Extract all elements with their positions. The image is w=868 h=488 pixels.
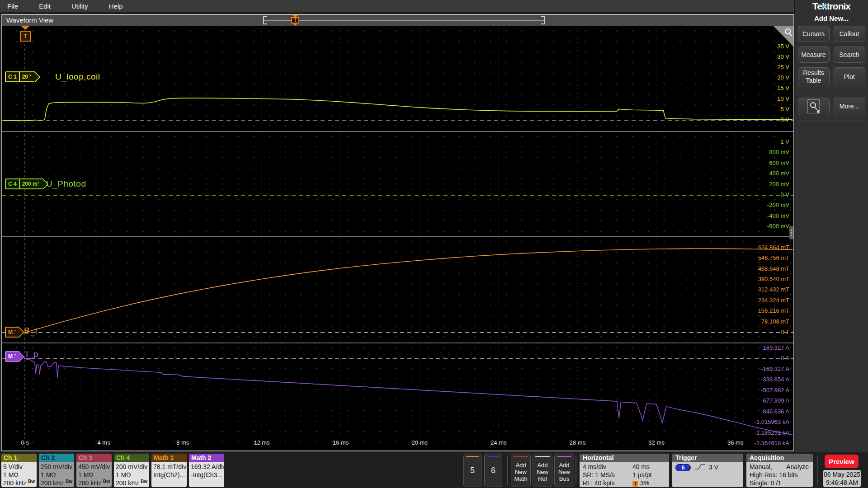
ch1-axis-tick: 15 V (777, 84, 789, 91)
measure-button[interactable]: Measure (798, 47, 830, 63)
horizontal-panel-title: Horizontal (580, 454, 669, 462)
channel-scale: 169.32 A/div (191, 463, 222, 471)
channel-bandwidth: 200 kHzBw (3, 479, 35, 487)
ch1-badge-id: C 1 (6, 72, 19, 81)
time-axis-tick: 24 ms (483, 439, 514, 446)
math1-axis-tick: 468.648 mT (758, 265, 789, 272)
channel-badge[interactable]: Ch 4 200 mV/div 1 MΩ 200 kHzBw (114, 454, 149, 487)
ch1-axis-tick: 5 V (780, 106, 789, 113)
add-button-stripe (557, 456, 571, 457)
math1-axis-tick: 312.432 mT (758, 286, 789, 293)
channel-bandwidth (153, 479, 185, 487)
ch1-scale-badge[interactable]: C 120 V (5, 71, 39, 82)
time-axis-tick: 16 ms (325, 439, 357, 446)
waveform-plot[interactable]: 35 V30 V25 V20 V15 V10 V5 V0 V1 V800 mV6… (2, 26, 793, 450)
trigger-marker-triangle (21, 26, 29, 30)
trigger-level: 3 V (709, 463, 718, 471)
acquisition-analyze: Analyze (786, 463, 809, 471)
add-new-button[interactable]: Add New Ref (533, 454, 552, 487)
ch4-axis-tick: -600 mV (767, 223, 789, 230)
menu-utility[interactable]: Utility (71, 2, 88, 10)
horizontal-trigger-position: 3% (640, 479, 649, 487)
pane-drag-handle[interactable] (789, 226, 793, 239)
ch1-axis-tick: 25 V (777, 64, 789, 70)
search-button[interactable]: Search (834, 47, 865, 63)
ch4-axis-tick: -200 mV (767, 202, 789, 208)
channel-badge[interactable]: Ch 2 250 mV/div 1 MΩ 200 kHzBw (39, 454, 74, 487)
add-new-button[interactable]: Add New Bus (554, 454, 574, 487)
acquisition-panel-title: Acquisition (746, 454, 813, 462)
add-new-header: Add New... (795, 14, 868, 22)
add-new-buttons: Add New Math Add New Ref Add New Bus (511, 454, 574, 487)
ch4-axis-tick: 1 V (780, 138, 789, 145)
math2-axis-tick: 169.327 A (763, 344, 789, 351)
ch4-axis-tick: 200 mV (769, 181, 789, 188)
math2-trace (25, 359, 793, 435)
ch4-scale-badge[interactable]: C 4200 mV (5, 178, 47, 189)
bandwidth-limit-icon: Bw (28, 478, 35, 486)
callout-button[interactable]: Callout (834, 26, 865, 42)
scrollbar-right-bracket[interactable] (541, 16, 545, 24)
channel-scale: 5 V/div (3, 463, 35, 471)
add-new-button[interactable]: Add New Math (511, 454, 531, 487)
waveform-view-titlebar: Waveform View T (2, 15, 793, 26)
channel-badge[interactable]: Ch 1 5 V/div 1 MΩ 200 kHzBw (1, 454, 37, 487)
plot-button[interactable]: Plot (834, 67, 865, 86)
ch1-trace-label[interactable]: U_loop,coil (55, 72, 100, 82)
horizontal-scrollbar[interactable] (264, 20, 544, 21)
cursors-button[interactable]: Cursors (798, 26, 830, 42)
channel-badge[interactable]: Math 2 169.32 A/div -Intg(Ch3... (189, 454, 224, 487)
ch4-trace-label[interactable]: U_Photod (46, 179, 86, 189)
math2-axis-tick: -846.636 A (761, 408, 789, 415)
menu-file[interactable]: File (7, 2, 18, 10)
more-button[interactable]: More... (834, 98, 865, 115)
channel-name: Ch 2 (39, 454, 74, 462)
time-axis-tick: 8 ms (167, 439, 198, 446)
trigger-position-icon: T (632, 481, 638, 487)
horizontal-panel[interactable]: Horizontal 4 ms/div40 ms SR: 1 MS/s1 µs/… (580, 454, 669, 487)
add-button-stripe (535, 456, 550, 457)
logo-blue-slash: k (822, 1, 827, 12)
trigger-pin-icon: T (291, 17, 299, 23)
math2-trace-label[interactable]: I_p (26, 349, 38, 359)
ch1-axis-tick: 20 V (777, 74, 789, 81)
date-label: 06 May 2025 (823, 470, 861, 479)
zoom-select-button[interactable] (798, 98, 830, 115)
channel-badge[interactable]: Math 1 78.1 mT/div Intg(Ch2)... (151, 454, 187, 487)
acquisition-mode: Manual, (750, 463, 772, 471)
math1-trace-label[interactable]: B_t (24, 326, 38, 336)
trigger-position-marker[interactable]: T (291, 15, 301, 26)
channel-name: Ch 4 (114, 454, 149, 462)
acquisition-panel[interactable]: Acquisition Manual,Analyze High Res: 16 … (746, 454, 813, 487)
channel-badge[interactable]: Ch 3 450 mV/div 1 MΩ 200 kHzBw (76, 454, 112, 487)
channel-bandwidth (191, 479, 222, 487)
magnifier-icon (785, 28, 791, 34)
channel-scale: 78.1 mT/div (153, 463, 185, 471)
waveform-button[interactable]: 6 (484, 454, 502, 487)
trigger-panel-title: Trigger (672, 454, 743, 462)
time-axis-tick: 0 s (9, 439, 41, 446)
bottom-divider-2 (576, 455, 576, 485)
waveform-button-stripe (466, 456, 479, 457)
ch1-trace (3, 98, 793, 121)
math1-axis-tick: 234.324 mT (758, 297, 789, 304)
waveform-button-stripe (487, 456, 500, 457)
preview-button[interactable]: Preview (825, 455, 859, 468)
menu-help[interactable]: Help (109, 2, 123, 10)
results-table-button[interactable]: Results Table (798, 67, 830, 86)
trigger-panel[interactable]: Trigger 6 3 V (672, 454, 743, 487)
menu-edit[interactable]: Edit (39, 2, 51, 10)
waveform-button[interactable]: 5 (463, 454, 481, 487)
bandwidth-limit-icon: Bw (103, 478, 110, 486)
trigger-time-marker[interactable]: T (20, 26, 31, 45)
waveform-buttons: 5 6 (463, 454, 502, 487)
acquisition-single: Single: 0 /1 (750, 479, 781, 487)
sidebar-separator (798, 92, 864, 92)
trigger-marker-icon: T (20, 31, 31, 42)
math1-scale-badge[interactable]: M 1 (5, 327, 23, 338)
menu-bar: File Edit Utility Help (0, 0, 794, 12)
horizontal-sample-rate: SR: 1 MS/s (583, 471, 615, 479)
math2-scale-badge[interactable]: M 2 (5, 351, 23, 362)
horizontal-span: 40 ms (632, 463, 650, 471)
math2-axis-tick: -1.354618 kA (755, 440, 789, 446)
